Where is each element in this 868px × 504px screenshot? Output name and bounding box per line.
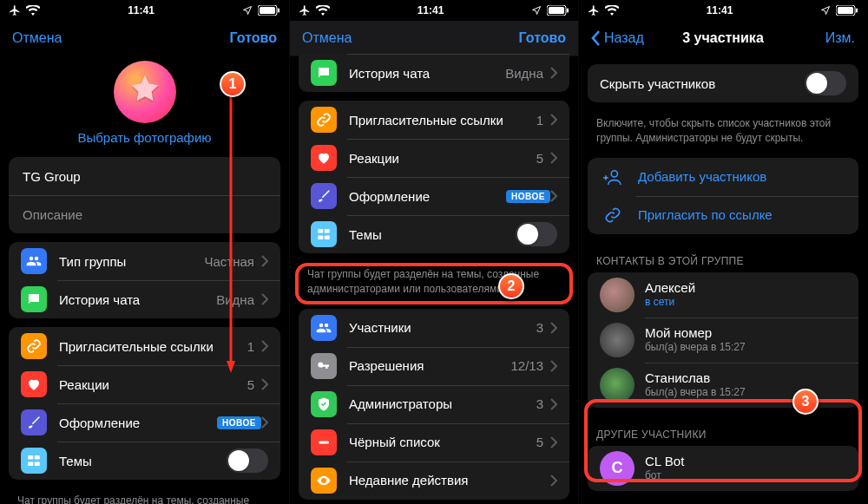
group-type-label: Тип группы bbox=[59, 254, 198, 269]
chevron-icon bbox=[550, 190, 557, 202]
invite-link-button[interactable]: Пригласить по ссылке bbox=[588, 196, 858, 234]
svg-rect-2 bbox=[278, 9, 279, 13]
members-label: Участники bbox=[349, 320, 529, 335]
topics-label: Темы bbox=[349, 227, 516, 242]
management-section: Участники 3 Разрешения 12/13 Администрат… bbox=[299, 309, 569, 500]
group-name-input-row[interactable] bbox=[9, 157, 280, 195]
edit-button[interactable]: Изм. bbox=[825, 30, 855, 46]
callout-badge-2: 2 bbox=[498, 273, 524, 299]
svg-rect-1 bbox=[260, 7, 275, 14]
member-row[interactable]: C CL Botбот bbox=[588, 446, 858, 491]
hide-members-section: Скрыть участников bbox=[588, 64, 858, 102]
chevron-icon bbox=[550, 436, 557, 448]
add-members-button[interactable]: Добавить участников bbox=[588, 158, 858, 196]
links-appearance-section: Пригласительные ссылки 1 Реакции 5 bbox=[9, 327, 280, 480]
group-avatar-block: Выбрать фотографию bbox=[0, 56, 289, 148]
battery-icon bbox=[547, 5, 569, 16]
topics-switch[interactable] bbox=[227, 448, 268, 473]
svg-rect-15 bbox=[325, 236, 330, 240]
brush-icon bbox=[311, 183, 337, 209]
hide-members-footer: Включите, чтобы скрыть список участников… bbox=[579, 111, 867, 149]
choose-photo-button[interactable]: Выбрать фотографию bbox=[77, 130, 211, 145]
invite-links-row[interactable]: Пригласительные ссылки 1 bbox=[9, 327, 280, 365]
permissions-row[interactable]: Разрешения 12/13 bbox=[299, 347, 569, 385]
chevron-icon bbox=[550, 152, 557, 164]
callout-arrow-1 bbox=[227, 95, 235, 373]
appearance-row[interactable]: Оформление НОВОЕ bbox=[9, 403, 280, 442]
cancel-button[interactable]: Отмена bbox=[12, 30, 62, 46]
member-row[interactable]: Алексейв сети bbox=[588, 272, 858, 317]
chevron-icon bbox=[261, 255, 268, 267]
history-row[interactable]: История чата Видна bbox=[299, 54, 569, 92]
description-input-row[interactable] bbox=[9, 195, 280, 233]
invite-links-row[interactable]: Пригласительные ссылки 1 bbox=[299, 101, 569, 139]
link-icon bbox=[311, 107, 337, 133]
avatar bbox=[600, 323, 635, 357]
reactions-row[interactable]: Реакции 5 bbox=[299, 139, 569, 177]
group-type-row[interactable]: Тип группы Частная bbox=[9, 242, 280, 280]
brush-icon bbox=[21, 409, 47, 435]
chat-icon bbox=[311, 60, 337, 86]
svg-rect-6 bbox=[35, 462, 40, 467]
svg-rect-19 bbox=[856, 9, 858, 13]
invite-links-label: Пригласительные ссылки bbox=[59, 339, 240, 354]
done-button[interactable]: Готово bbox=[230, 30, 277, 46]
avatar bbox=[600, 368, 635, 403]
topics-switch[interactable] bbox=[516, 222, 557, 246]
nav-bar: Отмена Готово bbox=[0, 21, 289, 56]
chevron-icon bbox=[550, 114, 557, 126]
chevron-icon bbox=[261, 416, 268, 429]
reactions-row[interactable]: Реакции 5 bbox=[9, 365, 280, 403]
wifi-icon bbox=[605, 5, 619, 16]
appearance-row[interactable]: Оформление НОВОЕ bbox=[299, 177, 569, 215]
hide-members-label: Скрыть участников bbox=[600, 76, 805, 91]
svg-marker-8 bbox=[227, 361, 235, 373]
group-type-section: Тип группы Частная История чата Видна bbox=[9, 242, 280, 318]
svg-rect-3 bbox=[28, 455, 33, 460]
topics-icon bbox=[21, 448, 47, 474]
topics-row[interactable]: Темы bbox=[299, 215, 569, 253]
appearance-label: Оформление bbox=[59, 416, 210, 430]
svg-rect-4 bbox=[35, 455, 40, 460]
status-time: 11:41 bbox=[128, 4, 155, 16]
recent-actions-row[interactable]: Недавние действия bbox=[299, 461, 569, 500]
admins-row[interactable]: Администраторы 3 bbox=[299, 385, 569, 423]
member-row[interactable]: Мой номербыл(а) вчера в 15:27 bbox=[588, 317, 858, 363]
chevron-icon bbox=[550, 67, 557, 79]
battery-icon bbox=[258, 5, 280, 16]
status-time: 11:41 bbox=[418, 4, 444, 16]
invite-links-label: Пригласительные ссылки bbox=[349, 113, 529, 128]
members-row[interactable]: Участники 3 bbox=[299, 309, 569, 347]
back-button[interactable]: Назад bbox=[591, 30, 644, 46]
hide-members-switch[interactable] bbox=[805, 71, 846, 95]
banned-row[interactable]: Чёрный список 5 bbox=[299, 423, 569, 461]
member-name: Алексей bbox=[645, 280, 695, 296]
chevron-left-icon bbox=[591, 30, 601, 46]
svg-rect-13 bbox=[325, 229, 330, 233]
hide-members-row[interactable]: Скрыть участников bbox=[588, 64, 858, 102]
location-icon bbox=[242, 5, 253, 16]
chevron-icon bbox=[261, 293, 268, 305]
member-status: был(а) вчера в 15:27 bbox=[645, 341, 746, 353]
group-avatar[interactable] bbox=[114, 61, 176, 123]
svg-rect-14 bbox=[318, 236, 323, 240]
cancel-button[interactable]: Отмена bbox=[302, 30, 352, 46]
add-person-icon bbox=[600, 169, 626, 185]
lock-icon bbox=[811, 76, 821, 88]
recent-label: Недавние действия bbox=[349, 473, 550, 488]
chevron-icon bbox=[550, 398, 557, 410]
shield-icon bbox=[311, 391, 337, 417]
battery-icon bbox=[836, 5, 858, 16]
topics-row[interactable]: Темы bbox=[9, 442, 280, 480]
others-header: ДРУГИЕ УЧАСТНИКИ bbox=[579, 416, 867, 446]
wifi-icon bbox=[316, 5, 330, 16]
done-button[interactable]: Готово bbox=[519, 30, 566, 46]
reactions-label: Реакции bbox=[59, 377, 240, 392]
member-name: Мой номер bbox=[645, 325, 746, 341]
history-row[interactable]: История чата Видна bbox=[9, 280, 280, 318]
svg-rect-12 bbox=[318, 229, 323, 233]
add-invite-section: Добавить участников Пригласить по ссылке bbox=[588, 158, 858, 234]
key-icon bbox=[311, 353, 337, 379]
member-name: Станислав bbox=[645, 370, 746, 386]
svg-rect-16 bbox=[319, 441, 329, 443]
